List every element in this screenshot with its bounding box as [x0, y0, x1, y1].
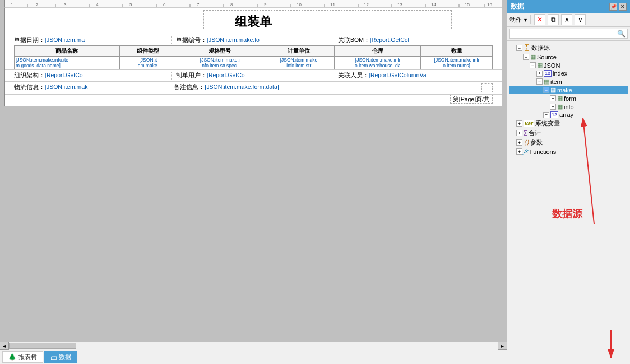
svg-text:11: 11 — [330, 2, 335, 7]
tree-node-sum[interactable]: + Σ 合计 — [509, 128, 628, 138]
svg-text:5: 5 — [129, 2, 132, 7]
panel-pin-btn[interactable]: 📌 — [609, 3, 617, 11]
cell-unit: [JSON.item.make .info.item.str. — [263, 57, 335, 69]
cell-spec: [JSON.item.make.i nfo.item.str.spec. — [177, 57, 263, 69]
cell-goods-name: [JSON.item.make.info.ite m.goods_data.na… — [15, 57, 120, 69]
tree-node-info[interactable]: + ▦ info — [509, 102, 628, 111]
expand-json[interactable]: − — [530, 62, 536, 68]
expand-item[interactable]: − — [536, 78, 543, 85]
tree-node-source[interactable]: − ▦ Source — [509, 53, 628, 61]
footer-row1: 组织架构：[Report.GetCo 制单用户：[Report.GetCo 关联… — [5, 69, 502, 81]
tree-node-form[interactable]: + ▦ form — [509, 94, 628, 102]
cell-component-type: [JSON.it em.make. — [119, 57, 177, 69]
table-icon-make: ▦ — [550, 86, 556, 94]
table-icon-item: ▦ — [544, 78, 549, 85]
tab-data-label: 数据 — [59, 353, 71, 361]
table-row: [JSON.item.make.info.ite m.goods_data.na… — [15, 57, 493, 69]
label-info: info — [564, 104, 574, 110]
expand-array[interactable]: + — [543, 112, 549, 118]
label-form: form — [564, 95, 576, 102]
svg-text:2: 2 — [36, 2, 39, 7]
col-component-type: 组件类型 — [119, 46, 177, 57]
report-title-section: 组装单 — [5, 8, 502, 35]
page-number-row: 第[Page]页/共 — [5, 94, 502, 106]
tree-node-json[interactable]: − ▦ JSON — [509, 61, 628, 69]
tree-node-functions[interactable]: + 𝑓x Functions — [509, 147, 628, 156]
page-number: 第[Page]页/共 — [450, 95, 493, 104]
expand-form[interactable]: + — [550, 95, 556, 101]
var-icon-sysvar: var — [524, 120, 534, 127]
expand-make[interactable]: − — [543, 87, 549, 93]
expand-datasource[interactable]: − — [516, 45, 522, 51]
gray-area — [4, 106, 502, 342]
tab-report-tree[interactable]: 🌲 报表树 — [2, 351, 43, 363]
tree-node-item[interactable]: − ▦ item — [509, 77, 628, 86]
table-icon-source: ▦ — [530, 53, 536, 60]
search-icon: 🔍 — [617, 30, 626, 38]
tree-node-array[interactable]: + 12 array — [509, 111, 628, 119]
ruler-top: 1 2 3 4 5 6 7 8 9 — [4, 0, 502, 8]
label-json: JSON — [544, 62, 560, 69]
tab-report-tree-label: 报表树 — [18, 353, 37, 361]
panel-titlebar: 数据 📌 ✕ — [507, 0, 630, 13]
footer-row2: 物流信息：[JSON.item.mak 备注信息：[JSON.item.make… — [5, 81, 502, 94]
table-icon-info: ▦ — [557, 103, 563, 110]
svg-text:15: 15 — [465, 2, 470, 7]
panel-close-btn[interactable]: ✕ — [619, 3, 627, 11]
cell-warehouse: [JSON.item.make.infi o.item.warehouse_da — [335, 57, 421, 69]
toolbar-up-btn[interactable]: ∧ — [561, 14, 572, 25]
footer-user: 制单用户：[Report.GetCo — [174, 72, 333, 80]
right-panel: 数据 📌 ✕ 动作 ▾ ✕ ⧉ ∧ ∨ 🔍 − � — [507, 0, 630, 364]
table-header-row: 商品名称 组件类型 规格型号 计量单位 仓库 数量 — [15, 46, 493, 57]
label-item: item — [550, 78, 562, 85]
svg-text:8: 8 — [230, 2, 233, 7]
tree-node-sysvar[interactable]: + var 系统变量 — [509, 119, 628, 128]
svg-text:16: 16 — [487, 2, 492, 7]
svg-text:13: 13 — [397, 2, 402, 7]
label-functions: Functions — [530, 148, 557, 155]
scroll-thumb[interactable] — [9, 343, 76, 349]
expand-sum[interactable]: + — [516, 130, 522, 136]
tree-node-make[interactable]: − ▦ make — [509, 86, 628, 94]
expand-source[interactable]: − — [523, 54, 529, 60]
expand-info[interactable]: + — [550, 104, 556, 110]
folder-icon-datasource: 🗄 — [524, 44, 530, 52]
tree-node-index[interactable]: + 12 index — [509, 69, 628, 77]
expand-functions[interactable]: + — [516, 148, 522, 155]
svg-text:6: 6 — [163, 2, 166, 7]
report-page: 组装单 单据日期：[JSON.item.ma 单据编号：[JSON.item.m… — [4, 8, 502, 106]
search-input[interactable] — [509, 29, 628, 39]
report-area: 1 2 3 4 5 6 7 8 9 — [0, 0, 507, 364]
svg-text:10: 10 — [297, 2, 302, 7]
label-array: array — [559, 111, 573, 118]
svg-text:1: 1 — [11, 2, 13, 7]
toolbar-delete-btn[interactable]: ✕ — [534, 14, 545, 25]
col-warehouse: 仓库 — [335, 46, 421, 57]
svg-text:7: 7 — [197, 2, 200, 7]
toolbar-down-btn[interactable]: ∨ — [575, 14, 586, 25]
svg-text:12: 12 — [364, 2, 369, 7]
tree-icon: 🌲 — [8, 353, 16, 361]
tree-node-param[interactable]: + ⟨⟩ 参数 — [509, 138, 628, 147]
tree-node-datasource[interactable]: − 🗄 数据源 — [509, 43, 628, 53]
expand-sysvar[interactable]: + — [516, 120, 522, 127]
scroll-left-btn[interactable]: ◂ — [0, 342, 9, 350]
expand-index[interactable]: + — [536, 71, 543, 77]
svg-text:14: 14 — [431, 2, 436, 7]
cell-qty: [JSON.item.make.infi o.item.nums] — [421, 57, 493, 69]
horizontal-scrollbar[interactable]: ◂ ▸ — [0, 342, 507, 349]
col-goods-name: 商品名称 — [15, 46, 120, 57]
panel-tree: − 🗄 数据源 − ▦ Source − ▦ JSON — [507, 41, 630, 364]
footer-logistics: 物流信息：[JSON.item.mak — [14, 83, 169, 92]
tab-data[interactable]: 🗃 数据 — [44, 351, 77, 363]
header-bom: 关联BOM：[Report.GetCol — [336, 36, 493, 44]
panel-titlebar-buttons: 📌 ✕ — [609, 3, 627, 11]
sum-icon: Σ — [524, 129, 527, 137]
expand-param[interactable]: + — [516, 139, 522, 146]
toolbar-copy-btn[interactable]: ⧉ — [548, 14, 559, 25]
scroll-right-btn[interactable]: ▸ — [498, 342, 507, 350]
search-container: 🔍 — [507, 27, 630, 41]
label-sum: 合计 — [529, 129, 541, 137]
header-row1: 单据日期：[JSON.item.ma 单据编号：[JSON.item.make.… — [5, 35, 502, 45]
bottom-tabs: 🌲 报表树 🗃 数据 — [0, 349, 507, 364]
